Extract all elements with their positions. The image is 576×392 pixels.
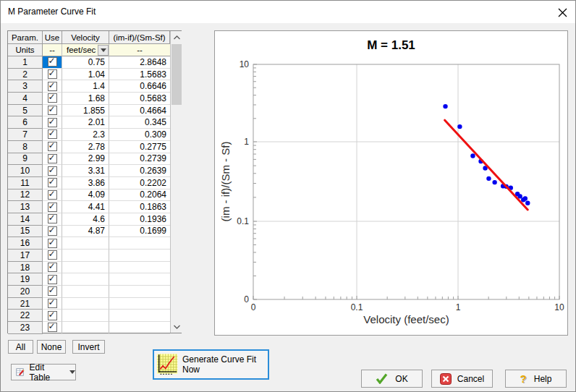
use-checkbox[interactable] <box>48 129 57 139</box>
value-cell[interactable] <box>109 322 170 334</box>
use-checkbox[interactable] <box>48 166 57 176</box>
velocity-cell[interactable] <box>62 262 109 274</box>
velocity-cell[interactable] <box>62 322 109 334</box>
velocity-cell[interactable]: 3.31 <box>62 165 109 177</box>
scrollbar-thumb[interactable] <box>171 44 182 105</box>
value-cell[interactable]: 0.309 <box>109 129 170 141</box>
value-cell[interactable]: 0.6646 <box>109 80 170 93</box>
row-number-cell[interactable]: 9 <box>8 153 43 166</box>
use-checkbox[interactable] <box>48 93 57 103</box>
use-checkbox[interactable] <box>48 69 57 79</box>
velocity-cell[interactable]: 4.41 <box>62 201 109 213</box>
use-checkbox[interactable] <box>48 190 57 200</box>
scroll-down-button[interactable] <box>171 320 183 333</box>
value-cell[interactable]: 0.345 <box>109 116 170 129</box>
row-number-cell[interactable]: 7 <box>8 129 43 141</box>
velocity-cell[interactable]: 4.09 <box>62 189 109 202</box>
use-checkbox[interactable] <box>48 323 57 332</box>
ok-button[interactable]: OK <box>361 370 423 388</box>
velocity-cell[interactable] <box>62 250 109 262</box>
value-cell[interactable]: 0.5683 <box>109 93 170 105</box>
row-number-cell[interactable]: 6 <box>8 116 43 129</box>
row-number-cell[interactable]: 11 <box>8 177 43 189</box>
velocity-cell[interactable]: 1.04 <box>62 69 109 81</box>
value-cell[interactable]: 0.2739 <box>109 153 170 166</box>
velocity-cell[interactable]: 0.75 <box>62 56 109 69</box>
row-number-cell[interactable]: 13 <box>8 201 43 213</box>
use-checkbox[interactable] <box>48 82 57 91</box>
use-checkbox[interactable] <box>48 250 57 260</box>
velocity-cell[interactable]: 2.78 <box>62 141 109 153</box>
none-button[interactable]: None <box>37 340 66 354</box>
value-cell[interactable]: 2.8648 <box>109 56 170 69</box>
value-cell[interactable]: 0.2202 <box>109 177 170 189</box>
all-button[interactable]: All <box>8 340 33 354</box>
velocity-cell[interactable]: 2.01 <box>62 116 109 129</box>
use-checkbox[interactable] <box>48 311 57 320</box>
value-cell[interactable]: 0.4664 <box>109 105 170 117</box>
units-dropdown-button[interactable] <box>98 45 109 56</box>
row-number-cell[interactable]: 21 <box>8 298 43 310</box>
use-checkbox[interactable] <box>48 275 57 284</box>
row-number-cell[interactable]: 8 <box>8 141 43 153</box>
velocity-cell[interactable] <box>62 286 109 298</box>
row-number-cell[interactable]: 14 <box>8 213 43 226</box>
velocity-cell[interactable]: 2.3 <box>62 129 109 141</box>
row-number-cell[interactable]: 19 <box>8 273 43 286</box>
row-number-cell[interactable]: 2 <box>8 69 43 81</box>
use-checkbox[interactable] <box>48 142 57 151</box>
velocity-cell[interactable]: 4.6 <box>62 213 109 226</box>
row-number-cell[interactable]: 12 <box>8 189 43 202</box>
velocity-cell[interactable] <box>62 237 109 250</box>
generate-curve-fit-button[interactable]: Generate Curve Fit Now <box>153 349 269 380</box>
edit-table-button[interactable]: Edit Table <box>11 364 76 380</box>
velocity-cell[interactable]: 2.99 <box>62 153 109 166</box>
row-number-cell[interactable]: 17 <box>8 250 43 262</box>
row-number-cell[interactable]: 15 <box>8 226 43 238</box>
value-cell[interactable] <box>109 310 170 322</box>
value-cell[interactable] <box>109 286 170 298</box>
value-cell[interactable] <box>109 237 170 250</box>
velocity-cell[interactable]: 4.87 <box>62 226 109 238</box>
value-cell[interactable] <box>109 262 170 274</box>
scroll-up-button[interactable] <box>171 31 183 43</box>
value-cell[interactable]: 0.2639 <box>109 165 170 177</box>
value-cell[interactable]: 1.5683 <box>109 69 170 81</box>
velocity-cell[interactable] <box>62 310 109 322</box>
use-checkbox[interactable] <box>48 154 57 163</box>
invert-button[interactable]: Invert <box>72 340 105 354</box>
table-scrollbar[interactable] <box>170 31 183 333</box>
use-checkbox[interactable] <box>48 286 57 296</box>
velocity-cell[interactable]: 1.68 <box>62 93 109 105</box>
close-button[interactable] <box>555 5 569 20</box>
use-checkbox[interactable] <box>48 57 57 67</box>
row-number-cell[interactable]: 1 <box>8 56 43 69</box>
row-number-cell[interactable]: 23 <box>8 322 43 334</box>
velocity-cell[interactable]: 1.855 <box>62 105 109 117</box>
row-number-cell[interactable]: 20 <box>8 286 43 298</box>
help-button[interactable]: ? Help <box>505 370 567 388</box>
value-cell[interactable]: 0.2775 <box>109 141 170 153</box>
units-velocity-combo[interactable]: feet/sec <box>62 44 109 56</box>
velocity-cell[interactable]: 1.4 <box>62 80 109 93</box>
value-cell[interactable] <box>109 298 170 310</box>
velocity-cell[interactable] <box>62 273 109 286</box>
use-checkbox[interactable] <box>48 106 57 115</box>
row-number-cell[interactable]: 10 <box>8 165 43 177</box>
row-number-cell[interactable]: 5 <box>8 105 43 117</box>
value-cell[interactable]: 0.2064 <box>109 189 170 202</box>
value-cell[interactable]: 0.1863 <box>109 201 170 213</box>
value-cell[interactable]: 0.1699 <box>109 226 170 238</box>
use-checkbox[interactable] <box>48 263 57 272</box>
velocity-cell[interactable]: 3.86 <box>62 177 109 189</box>
use-checkbox[interactable] <box>48 214 57 223</box>
value-cell[interactable]: 0.1936 <box>109 213 170 226</box>
row-number-cell[interactable]: 4 <box>8 93 43 105</box>
row-number-cell[interactable]: 18 <box>8 262 43 274</box>
row-number-cell[interactable]: 3 <box>8 80 43 93</box>
use-checkbox[interactable] <box>48 299 57 308</box>
velocity-cell[interactable] <box>62 298 109 310</box>
use-checkbox[interactable] <box>48 239 57 248</box>
use-checkbox[interactable] <box>48 203 57 212</box>
row-number-cell[interactable]: 16 <box>8 237 43 250</box>
